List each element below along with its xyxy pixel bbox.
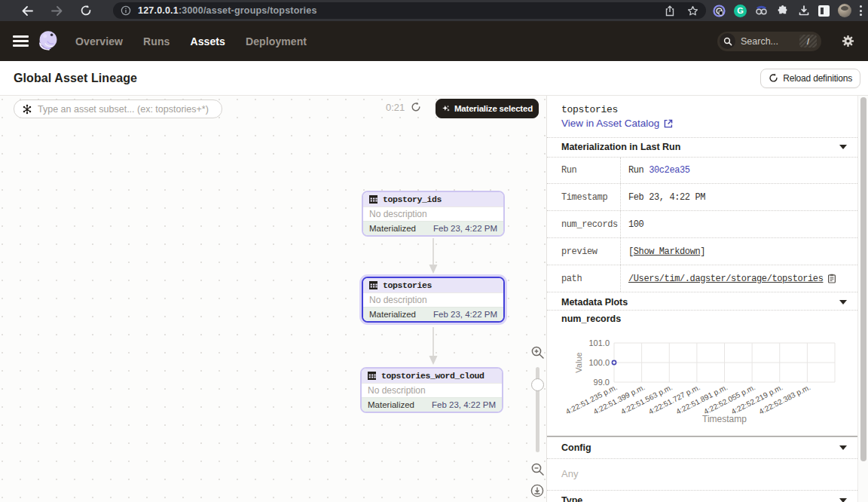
global-search-input[interactable]: Search... / [717,32,821,51]
panel-scrollbar-thumb[interactable] [860,97,866,461]
asset-node-timestamp: Feb 23, 4:22 PM [432,400,496,409]
page-info-icon[interactable] [121,5,131,16]
browser-back-icon[interactable] [21,5,34,17]
section-header-config[interactable]: Config [547,438,857,458]
nav-item-deployment[interactable]: Deployment [246,35,307,47]
copy-path-icon[interactable] [827,274,836,283]
external-link-icon [664,119,673,128]
row-label: preview [547,238,621,265]
poll-timer: 0:21 [386,102,407,113]
recenter-icon[interactable] [530,484,544,497]
svg-text:Timestamp: Timestamp [702,414,747,424]
asset-node-description: No description [362,383,502,397]
caret-down-icon [839,145,847,149]
asset-node-timestamp: Feb 23, 4:22 PM [433,310,497,319]
row-value: 100 [621,211,643,237]
view-in-asset-catalog-label: View in Asset Catalog [561,118,659,129]
asset-node-timestamp: Feb 23, 4:22 PM [433,224,497,233]
row-value: [Show Markdown] [621,238,705,265]
section-header-type[interactable]: Type [547,491,857,502]
asset-sidebar-panel: topstories View in Asset Catalog Materia… [547,96,857,502]
asset-node-header: topstories [363,278,503,292]
asset-table-icon [367,371,377,381]
nav-item-runs[interactable]: Runs [143,35,170,47]
browser-reload-icon[interactable] [80,5,92,17]
asset-node-name: topstory_ids [383,194,442,204]
address-bar[interactable]: 127.0.0.1:3000/asset-groups/topstories [113,2,706,19]
extension-sidepanel-icon[interactable] [818,5,830,17]
sidebar-asset-title: topstories [561,104,618,115]
extension-glasses-icon[interactable] [755,5,768,17]
page-title: Global Asset Lineage [14,72,137,85]
bookmark-star-icon[interactable] [687,5,698,17]
asset-node-name: topstories_word_cloud [381,371,484,381]
table-row-num-records: num_records 100 [547,211,857,238]
asset-node-topstory-ids[interactable]: topstory_ids No description Materialized… [362,191,505,237]
browser-profile-avatar[interactable] [838,4,851,17]
asset-node-header: topstories_word_cloud [362,369,502,383]
extensions-puzzle-icon[interactable] [776,5,789,17]
table-row-preview: preview [Show Markdown] [547,238,857,265]
show-markdown-link[interactable]: Show Markdown [634,246,700,257]
extension-grammarly-icon[interactable]: G [734,5,747,17]
nav-menu-icon[interactable] [13,35,29,47]
run-id-link[interactable]: 30c2ea35 [649,165,689,176]
app-navbar: Overview Runs Assets Deployment Search..… [0,21,868,61]
asset-node-footer: Materialized Feb 23, 4:22 PM [362,397,502,412]
asset-lineage-graph[interactable]: Type an asset subset... (ex: topstories+… [0,96,547,502]
page-header: Global Asset Lineage Reload definitions [0,61,868,96]
downloads-icon[interactable] [797,5,810,17]
graph-refresh-icon[interactable] [411,102,421,112]
section-divider [547,310,857,311]
caret-down-icon [839,445,847,450]
settings-gear-icon[interactable] [842,35,854,47]
nav-item-overview[interactable]: Overview [75,35,123,47]
asset-node-topstories[interactable]: topstories No description Materialized F… [362,277,505,323]
dagster-logo[interactable] [36,29,60,53]
asset-node-name: topstories [383,280,432,290]
materialize-selected-button[interactable]: Materialize selected [436,99,539,118]
asset-node-status: Materialized [369,310,416,319]
asset-subset-input[interactable]: Type an asset subset... (ex: topstories+… [14,99,222,118]
reload-definitions-button[interactable]: Reload definitions [760,69,860,88]
url-host: 127.0.0.1 [138,5,179,16]
table-row-run: Run Run 30c2ea35 [547,157,857,184]
row-label: Run [547,158,621,183]
scroll-divider [547,436,857,437]
asset-node-topstories-word-cloud[interactable]: topstories_word_cloud No description Mat… [360,367,503,413]
path-link[interactable]: /Users/tim/.dagster/storage/topstories [628,274,823,284]
search-placeholder: Search... [741,36,778,47]
caret-down-icon [839,498,847,502]
row-label: path [547,265,621,292]
share-icon[interactable] [665,5,675,17]
nav-item-assets[interactable]: Assets [190,35,225,47]
svg-text:99.0: 99.0 [594,378,610,387]
config-value: Any [561,468,578,479]
plot-metric-label: num_records [561,314,621,324]
run-prefix: Run [628,165,649,176]
zoom-in-icon[interactable] [530,345,545,360]
browser-menu-icon[interactable] [860,5,862,16]
panel-scrollbar[interactable] [857,96,868,502]
url-path: :3000/asset-groups/topstories [179,5,317,16]
browser-toolbar: 127.0.0.1:3000/asset-groups/topstories G [0,0,868,21]
search-shortcut-key: / [799,35,817,47]
view-in-asset-catalog-link[interactable]: View in Asset Catalog [561,118,673,129]
section-header-materialization[interactable]: Materialization in Last Run [547,137,857,157]
row-label: num_records [547,211,621,237]
materialize-selected-label: Materialize selected [454,104,533,113]
asset-table-icon [368,280,378,290]
zoom-slider-thumb[interactable] [531,378,544,391]
asset-node-status: Materialized [369,224,416,233]
browser-forward-icon[interactable] [50,5,63,17]
asset-node-description: No description [363,207,503,221]
materialization-metadata-table: Run Run 30c2ea35 Timestamp Feb 23, 4:22 … [547,157,857,292]
row-label: Timestamp [547,184,621,210]
asset-node-description: No description [363,292,503,307]
extension-password-icon[interactable] [713,5,726,17]
zoom-out-icon[interactable] [530,462,545,476]
asset-table-icon [368,194,378,204]
section-header-label: Materialization in Last Run [561,142,680,152]
svg-text:100.0: 100.0 [588,358,610,367]
asset-subset-placeholder: Type an asset subset... (ex: topstories+… [38,104,209,115]
